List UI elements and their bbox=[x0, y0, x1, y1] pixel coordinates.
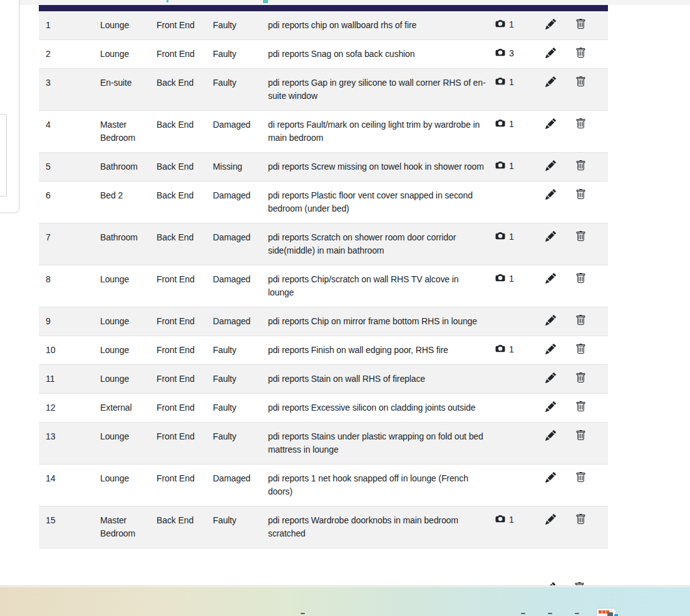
photos-badge[interactable]: 1 bbox=[486, 230, 518, 243]
row-number: 11 bbox=[39, 365, 100, 393]
row-number: 7 bbox=[39, 223, 100, 265]
row-description: pdi reports Plastic floor vent cover sna… bbox=[268, 182, 486, 223]
delete-button[interactable] bbox=[575, 47, 587, 58]
edit-button[interactable] bbox=[545, 343, 557, 354]
delete-button[interactable] bbox=[575, 272, 587, 284]
row-photos-cell: 1 bbox=[486, 153, 533, 181]
row-location: Lounge bbox=[100, 465, 157, 506]
row-description: pdi reports Screw missing on towel hook … bbox=[268, 153, 486, 181]
row-number: 2 bbox=[39, 40, 100, 68]
row-photos-cell: 1 bbox=[486, 265, 533, 307]
edit-button[interactable] bbox=[545, 160, 557, 171]
row-photos-cell bbox=[486, 182, 533, 223]
edit-button[interactable] bbox=[545, 272, 557, 284]
row-location: Lounge bbox=[100, 365, 157, 393]
row-location: Master Bedroom bbox=[100, 506, 157, 548]
edit-button[interactable] bbox=[545, 230, 557, 242]
photo-count: 1 bbox=[509, 344, 514, 354]
edit-button[interactable] bbox=[545, 513, 557, 525]
delete-button[interactable] bbox=[575, 230, 587, 242]
row-type: Front End bbox=[157, 365, 213, 393]
running-app-indicator bbox=[575, 613, 579, 614]
delete-button[interactable] bbox=[575, 471, 587, 483]
delete-button[interactable] bbox=[575, 18, 587, 29]
cutoff-text-fragment bbox=[167, 0, 168, 3]
trash-icon bbox=[575, 372, 587, 383]
delete-button[interactable] bbox=[575, 513, 587, 525]
photos-badge[interactable]: 1 bbox=[486, 513, 518, 526]
row-number: 14 bbox=[39, 465, 100, 506]
edit-button[interactable] bbox=[545, 471, 557, 483]
row-number: 6 bbox=[39, 182, 100, 223]
delete-button[interactable] bbox=[575, 188, 587, 200]
row-status: Faulty bbox=[213, 336, 268, 364]
row-photos-cell bbox=[486, 365, 533, 393]
row-location: En-suite bbox=[100, 69, 157, 110]
delete-button[interactable] bbox=[575, 401, 587, 412]
trash-icon bbox=[575, 48, 587, 58]
row-type: Front End bbox=[157, 265, 213, 307]
trash-icon bbox=[575, 344, 587, 354]
running-app-indicator bbox=[521, 613, 525, 614]
row-location: Lounge bbox=[100, 307, 157, 336]
photos-badge[interactable]: 1 bbox=[486, 118, 518, 130]
delete-button[interactable] bbox=[575, 429, 587, 441]
edit-button[interactable] bbox=[545, 429, 557, 441]
row-photos-cell bbox=[486, 465, 533, 506]
row-type: Back End bbox=[157, 506, 213, 548]
table-header-bar bbox=[39, 5, 608, 11]
row-type: Front End bbox=[157, 423, 213, 464]
delete-button[interactable] bbox=[575, 160, 587, 171]
row-type: Back End bbox=[157, 153, 213, 181]
delete-button[interactable] bbox=[575, 76, 587, 87]
photos-badge[interactable]: 1 bbox=[486, 18, 518, 31]
cutoff-top-strip bbox=[0, 0, 690, 5]
delete-button[interactable] bbox=[575, 118, 587, 129]
photos-badge[interactable]: 1 bbox=[486, 160, 518, 172]
running-app-indicator bbox=[301, 613, 305, 614]
row-number: 10 bbox=[39, 336, 100, 364]
photos-badge[interactable]: 1 bbox=[486, 76, 518, 88]
edit-button[interactable] bbox=[545, 76, 557, 87]
photos-badge[interactable]: 3 bbox=[486, 47, 518, 59]
photos-badge[interactable]: 1 bbox=[486, 343, 518, 356]
row-edit-cell bbox=[533, 423, 569, 464]
row-type: Back End bbox=[157, 69, 213, 110]
row-photos-cell: 3 bbox=[486, 40, 533, 68]
row-delete-cell bbox=[569, 11, 594, 39]
edit-button[interactable] bbox=[545, 118, 557, 129]
table-body: 1LoungeFront EndFaultypdi reports chip o… bbox=[39, 11, 608, 548]
row-edit-cell bbox=[533, 465, 569, 506]
row-description: pdi reports Wardrobe doorknobs in main b… bbox=[268, 506, 486, 548]
delete-button[interactable] bbox=[575, 343, 587, 354]
trash-icon bbox=[575, 472, 587, 483]
clipped-desktop-icon[interactable] bbox=[597, 608, 615, 616]
row-status: Faulty bbox=[213, 394, 268, 422]
table-row: 8LoungeFront EndDamagedpdi reports Chip/… bbox=[39, 265, 608, 307]
edit-button[interactable] bbox=[545, 18, 557, 29]
edit-button[interactable] bbox=[545, 47, 557, 58]
row-status: Damaged bbox=[213, 307, 268, 336]
delete-button[interactable] bbox=[575, 314, 587, 326]
photos-badge[interactable]: 1 bbox=[486, 272, 518, 285]
row-description: pdi reports chip on wallboard rhs of fir… bbox=[268, 11, 486, 39]
row-type: Front End bbox=[157, 307, 213, 336]
edit-button[interactable] bbox=[545, 314, 557, 326]
row-photos-cell: 1 bbox=[486, 69, 533, 110]
row-number: 15 bbox=[39, 506, 100, 548]
row-edit-cell bbox=[533, 40, 569, 68]
camera-icon bbox=[495, 76, 506, 88]
defects-table: 1LoungeFront EndFaultypdi reports chip o… bbox=[39, 5, 608, 548]
left-partial-panel-inner-box bbox=[0, 114, 7, 197]
table-row: 7BathroomBack EndDamagedpdi reports Scra… bbox=[39, 223, 608, 265]
edit-button[interactable] bbox=[545, 372, 557, 383]
row-edit-cell bbox=[533, 111, 569, 152]
edit-button[interactable] bbox=[545, 401, 557, 412]
trash-icon bbox=[575, 273, 587, 284]
row-number: 9 bbox=[39, 307, 100, 336]
photo-count: 1 bbox=[509, 77, 514, 87]
pencil-icon bbox=[545, 514, 557, 525]
delete-button[interactable] bbox=[575, 372, 587, 383]
pencil-icon bbox=[545, 372, 557, 383]
edit-button[interactable] bbox=[545, 188, 557, 200]
